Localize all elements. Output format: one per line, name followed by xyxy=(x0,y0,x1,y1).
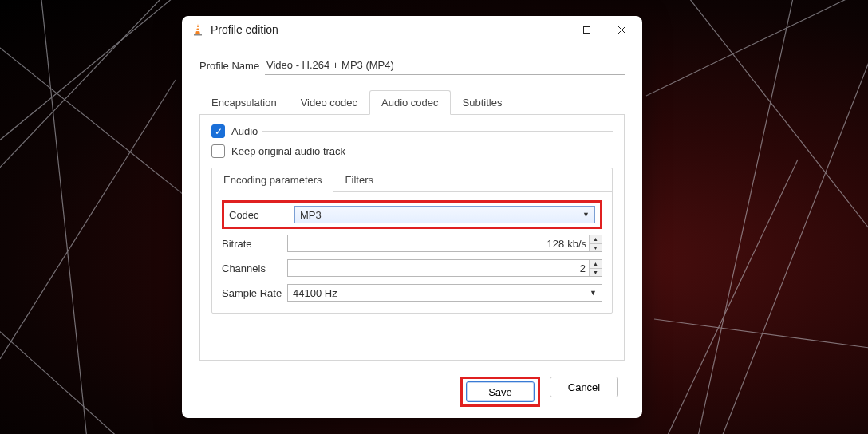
spin-up-icon[interactable]: ▲ xyxy=(590,235,602,244)
save-button[interactable]: Save xyxy=(466,381,535,402)
bitrate-value: 128 xyxy=(288,238,567,250)
svg-rect-13 xyxy=(196,27,199,29)
svg-line-2 xyxy=(0,80,176,359)
close-button[interactable] xyxy=(604,18,639,41)
audio-label: Audio xyxy=(231,125,262,137)
window-title: Profile edition xyxy=(211,23,534,36)
bitrate-unit: kb/s xyxy=(567,238,589,250)
codec-highlight: Codec MP3 ▼ xyxy=(222,200,602,229)
svg-line-10 xyxy=(646,0,868,96)
keep-original-checkbox[interactable] xyxy=(211,144,225,158)
svg-line-7 xyxy=(718,40,868,434)
svg-rect-17 xyxy=(583,26,590,33)
audio-codec-panel: ✓ Audio Keep original audio track Encodi… xyxy=(199,115,625,361)
svg-line-8 xyxy=(654,319,868,351)
channels-value: 2 xyxy=(288,262,589,274)
chevron-down-icon: ▼ xyxy=(590,289,597,297)
svg-line-6 xyxy=(678,0,868,239)
divider xyxy=(262,131,613,132)
svg-line-4 xyxy=(0,303,120,434)
svg-rect-15 xyxy=(194,34,202,36)
minimize-button[interactable] xyxy=(534,18,569,41)
codec-label: Codec xyxy=(229,209,294,221)
bitrate-label: Bitrate xyxy=(222,238,287,250)
svg-rect-14 xyxy=(195,30,200,32)
samplerate-label: Sample Rate xyxy=(222,287,287,299)
codec-dropdown[interactable]: MP3 ▼ xyxy=(294,206,595,223)
vlc-cone-icon xyxy=(191,23,204,36)
chevron-down-icon: ▼ xyxy=(582,211,590,219)
codec-value: MP3 xyxy=(300,209,322,221)
maximize-button[interactable] xyxy=(569,18,604,41)
channels-spinbox[interactable]: 2 ▲ ▼ xyxy=(287,259,602,277)
channels-label: Channels xyxy=(222,262,287,274)
tab-encoding-parameters[interactable]: Encoding parameters xyxy=(212,168,334,191)
audio-checkbox[interactable]: ✓ xyxy=(211,124,225,138)
tab-video-codec[interactable]: Video codec xyxy=(289,90,369,115)
check-icon: ✓ xyxy=(215,127,223,136)
samplerate-dropdown[interactable]: 44100 Hz ▼ xyxy=(287,284,602,302)
cancel-button[interactable]: Cancel xyxy=(550,377,618,397)
svg-marker-12 xyxy=(195,24,200,34)
svg-line-3 xyxy=(40,0,88,434)
dialog-window: Profile edition Profile Name Encapsulati… xyxy=(182,16,642,418)
save-highlight: Save xyxy=(460,377,540,407)
profile-name-input[interactable] xyxy=(265,56,625,75)
spin-down-icon[interactable]: ▼ xyxy=(590,244,602,252)
spin-up-icon[interactable]: ▲ xyxy=(590,260,602,269)
spin-down-icon[interactable]: ▼ xyxy=(590,269,602,277)
tab-audio-codec[interactable]: Audio codec xyxy=(369,90,451,115)
svg-line-5 xyxy=(0,0,160,176)
samplerate-value: 44100 Hz xyxy=(293,287,337,299)
profile-name-label: Profile Name xyxy=(199,60,265,72)
tab-subtitles[interactable]: Subtitles xyxy=(451,90,515,115)
titlebar: Profile edition xyxy=(182,16,642,43)
bitrate-spinbox[interactable]: 128 kb/s ▲ ▼ xyxy=(287,235,602,252)
svg-line-11 xyxy=(662,160,798,434)
keep-original-label: Keep original audio track xyxy=(231,145,345,157)
tab-filters[interactable]: Filters xyxy=(334,168,385,191)
tab-encapsulation[interactable]: Encapsulation xyxy=(199,90,289,115)
